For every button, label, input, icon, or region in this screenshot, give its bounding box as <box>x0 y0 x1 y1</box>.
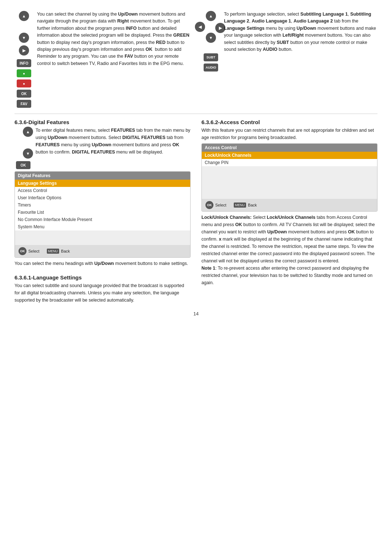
subt-button[interactable]: SUBT <box>204 53 218 61</box>
menu-title: Digital Features <box>15 172 190 180</box>
ok-circle-icon: OK <box>19 247 26 255</box>
digital-remote-buttons: OK <box>15 127 32 169</box>
back-label: Back <box>61 249 70 253</box>
language-settings-section: 6.3.6.1-Language Settings You can select… <box>15 272 191 304</box>
ac-item-lock[interactable]: Lock/Unlock Channels <box>202 152 377 159</box>
remote-buttons-right: SUBT AUDIO <box>201 11 220 71</box>
top-left-text: You can select the channel by using the … <box>37 11 191 67</box>
down-button[interactable] <box>19 33 29 43</box>
red-button[interactable]: ● <box>17 79 31 87</box>
ac-select-btn: OK Select <box>205 201 226 209</box>
ac-select-label: Select <box>215 203 226 207</box>
ac-item-pin[interactable]: Change PIN <box>202 159 377 166</box>
menu-item-access[interactable]: Access Control <box>15 187 190 194</box>
menu-item-fav-list[interactable]: Favourite List <box>15 209 190 216</box>
ac-menu-footer: OK Select MENU Back <box>202 199 377 211</box>
ac-menu-icon: MENU <box>234 203 246 208</box>
select-label: Select <box>28 249 40 253</box>
menu-item-system[interactable]: System Menu <box>15 223 190 230</box>
digital-features-text: To enter digital features menu, select F… <box>36 127 191 156</box>
down-button-r[interactable] <box>206 33 216 43</box>
top-left-section: INFO ● ● OK FAV You can select the chann… <box>15 11 191 110</box>
dig-down-button[interactable] <box>23 148 33 159</box>
ac-ok-icon: OK <box>205 201 213 209</box>
access-control-intro: With this feature you can restrict chann… <box>201 127 377 141</box>
fav-button[interactable]: FAV <box>17 100 31 108</box>
up-button-r[interactable] <box>206 11 216 21</box>
ac-menu-title: Access Control <box>202 144 377 152</box>
up-button[interactable] <box>19 11 29 21</box>
digital-features-section: 6.3.6-Digital Features OK <box>15 117 191 267</box>
menu-footer: OK Select MENU Back <box>15 245 190 257</box>
audio-button[interactable]: AUDIO <box>204 64 218 71</box>
back-footer-btn: MENU Back <box>47 249 70 254</box>
menu-item-ui-options[interactable]: User Interface Options <box>15 194 190 201</box>
menu-icon-label: MENU <box>47 249 60 254</box>
top-right-section: SUBT AUDIO To perform language selection… <box>201 11 377 110</box>
right-button[interactable] <box>19 45 29 56</box>
access-control-section: 6.3.6.2-Access Control With this feature… <box>201 117 377 286</box>
green-button[interactable]: ● <box>17 69 31 77</box>
access-control-heading: 6.3.6.2-Access Control <box>201 119 377 125</box>
left-button-r[interactable] <box>195 22 205 32</box>
access-control-menu: Access Control Lock/Unlock Channels Chan… <box>201 143 377 212</box>
menu-item-timers[interactable]: Timers <box>15 201 190 209</box>
language-settings-heading: 6.3.6.1-Language Settings <box>15 274 191 281</box>
ok-button[interactable]: OK <box>17 90 31 98</box>
ac-back-btn: MENU Back <box>234 203 257 208</box>
menu-item-language[interactable]: Language Settings <box>15 180 190 187</box>
digital-features-menu: Digital Features Language Settings Acces… <box>15 171 191 258</box>
digital-features-body2: You can select the menu headings with Up… <box>15 260 191 267</box>
lock-unlock-text: Lock/Unlock Channels: Select Lock/Unlock… <box>201 214 377 265</box>
menu-item-no-ci[interactable]: No Common Interface Module Present <box>15 216 190 223</box>
page-number: 14 <box>15 311 377 316</box>
language-settings-body: You can select subtitle and sound langua… <box>15 282 191 304</box>
top-right-text: To perform language selection, select Su… <box>224 11 377 53</box>
note1-text: Note 1: To re-prevent access after enter… <box>201 265 377 286</box>
ac-back-label: Back <box>248 203 257 207</box>
ac-empty-area <box>202 166 377 199</box>
dig-up-button[interactable] <box>23 127 33 137</box>
dig-ok-button[interactable]: OK <box>16 161 30 169</box>
digital-features-heading: 6.3.6-Digital Features <box>15 119 191 125</box>
select-footer-btn: OK Select <box>19 247 40 255</box>
remote-buttons-left: INFO ● ● OK FAV <box>15 11 33 108</box>
info-button[interactable]: INFO <box>17 59 31 67</box>
